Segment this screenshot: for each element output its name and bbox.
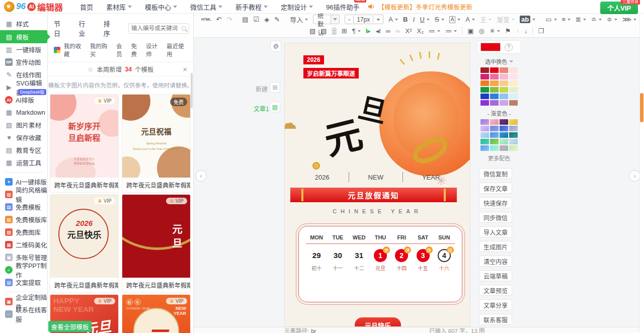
view-all-templates-button[interactable]: 查看全部模板 xyxy=(48,321,92,332)
font-size-increase[interactable]: + xyxy=(373,16,383,23)
solid-swatch-19[interactable] xyxy=(500,94,508,99)
filter-link-4[interactable]: 免费 xyxy=(131,42,143,58)
cursor-insert-left-icon[interactable]: ◂I xyxy=(373,27,383,35)
unordered-list-icon[interactable]: ≕ xyxy=(443,27,459,35)
subscript-icon[interactable]: X₂ xyxy=(415,27,427,35)
line-height-icon[interactable]: ≡ xyxy=(559,16,574,23)
template-scrollbar[interactable] xyxy=(191,73,193,108)
clean-format-icon[interactable]: ✳ xyxy=(487,27,503,35)
bold-icon[interactable]: B xyxy=(400,16,410,23)
html-source-icon[interactable]: HTML xyxy=(199,18,213,21)
comment-flag-icon[interactable]: ⚑ xyxy=(503,27,514,35)
solid-swatch-4[interactable] xyxy=(509,67,518,73)
gradient-swatch-7[interactable] xyxy=(500,126,508,131)
solid-swatch-14[interactable] xyxy=(490,87,499,93)
gradient-swatch-5[interactable] xyxy=(480,126,489,131)
italic-icon[interactable]: I xyxy=(410,16,417,24)
filter-link-5[interactable]: 设计师 xyxy=(146,42,163,58)
border-style-icon[interactable]: ▭ xyxy=(543,16,559,23)
solid-swatch-2[interactable] xyxy=(490,67,499,73)
template-search[interactable] xyxy=(128,23,189,34)
superscript-icon[interactable]: X² xyxy=(403,27,415,35)
underline-icon[interactable]: U xyxy=(418,16,432,23)
solid-swatch-1[interactable] xyxy=(480,67,489,73)
table-icon[interactable]: ⊞ xyxy=(339,27,350,35)
sidebar-item-教学PPT制作[interactable]: ✓教学PPT制作 xyxy=(0,264,47,276)
gradient-swatch-15[interactable] xyxy=(500,139,508,144)
app-logo[interactable]: 96 AI 编辑器 xyxy=(0,1,68,13)
article-canvas[interactable]: 2026 岁启新篇万事顺遂 ☁ ✳ 元 旦 2026NEWYEAR 元旦放假通知… xyxy=(284,43,470,327)
solid-swatch-7[interactable] xyxy=(500,74,508,79)
char-border-icon[interactable]: A xyxy=(447,16,463,23)
canvas-settings-button[interactable] xyxy=(270,41,281,52)
action-联系客服[interactable]: 联系客服 xyxy=(479,314,512,325)
solid-swatch-23[interactable] xyxy=(500,100,508,106)
gradient-swatch-12[interactable] xyxy=(509,132,518,138)
filter-link-2[interactable]: 我的购买 xyxy=(90,42,113,58)
format-brush-icon[interactable]: ✎ xyxy=(272,16,282,23)
nav-item-6[interactable]: 定制设计 xyxy=(281,2,313,12)
sidebar-item-教育专区[interactable]: ▤教育专区 xyxy=(0,144,47,156)
gradient-swatch-1[interactable] xyxy=(480,119,489,125)
gradient-swatch-3[interactable] xyxy=(500,119,508,125)
gradient-swatch-18[interactable] xyxy=(490,145,499,151)
paragraph-spacing-icon[interactable]: ≑ xyxy=(604,16,620,23)
template-card-2[interactable]: 元旦祝福 Spring FestivalGood Luck in the Yea… xyxy=(122,94,191,193)
tab-sort[interactable]: 排序 xyxy=(104,19,114,38)
nav-item-3[interactable]: 模板中心 xyxy=(145,2,177,12)
page-scrollbar-track[interactable] xyxy=(639,14,644,333)
action-生成图片[interactable]: 生成图片 xyxy=(479,241,512,252)
sidebar-item-运营工具[interactable]: ▦运营工具 xyxy=(0,156,47,169)
action-同步微信[interactable]: 同步微信 xyxy=(479,212,512,223)
solid-swatch-3[interactable] xyxy=(500,67,508,73)
image-gallery-icon[interactable]: ▨ xyxy=(318,27,329,35)
gradient-swatch-6[interactable] xyxy=(490,126,499,131)
action-清空内容[interactable]: 清空内容 xyxy=(479,256,512,267)
nav-item-5[interactable]: 新手教程 xyxy=(235,2,268,12)
action-文章预览[interactable]: 文章预览 xyxy=(479,285,512,296)
font-scale-icon[interactable]: A xyxy=(463,16,477,23)
solid-swatch-22[interactable] xyxy=(490,100,499,106)
sidebar-item-简约风格编辑[interactable]: ▧简约风格编辑 xyxy=(0,188,47,201)
eraser-icon[interactable]: ◈ xyxy=(262,16,272,23)
recolor-label[interactable]: 选中换色 xyxy=(477,54,521,67)
action-云端草稿[interactable]: 云端草稿 xyxy=(479,270,512,281)
solid-swatch-11[interactable] xyxy=(500,80,508,86)
font-family-select[interactable]: 系统默认 xyxy=(313,15,340,24)
font-size-group[interactable]: -17px+ xyxy=(345,15,383,24)
gradient-swatch-20[interactable] xyxy=(509,145,518,151)
happy-newyear-button[interactable]: 元旦快乐 xyxy=(355,317,401,327)
search-icon[interactable] xyxy=(182,26,186,31)
sidebar-item-AI排版[interactable]: AIAI排版DeepSeek版 xyxy=(0,94,47,106)
category-grid-icon[interactable] xyxy=(54,47,60,53)
solid-swatch-8[interactable] xyxy=(509,74,518,79)
sidebar-item-文案提取[interactable]: ▤文案提取 xyxy=(0,276,47,289)
template-card-6[interactable]: 元 新年 CHINESE YEAR NEWYEAR ♛VIP xyxy=(122,294,191,333)
nav-item-4[interactable]: 微信工具 xyxy=(190,2,222,12)
solid-swatch-21[interactable] xyxy=(480,100,489,106)
solid-swatch-16[interactable] xyxy=(509,87,518,93)
template-card-4[interactable]: 元旦 ♛VIP 跨年夜元旦盛典新年假期... xyxy=(122,194,191,293)
action-文章分享[interactable]: 文章分享 xyxy=(479,299,512,310)
solid-swatch-13[interactable] xyxy=(480,87,489,93)
fullscreen-icon[interactable]: ❒ xyxy=(535,27,546,35)
gradient-swatch-17[interactable] xyxy=(480,145,489,151)
sidebar-item-样式[interactable]: ▦样式 xyxy=(0,18,47,30)
solid-swatch-9[interactable] xyxy=(480,80,489,86)
notice-close-icon[interactable]: × xyxy=(183,65,187,73)
filter-link-1[interactable]: 我的收藏 xyxy=(64,42,87,58)
action-导入文章[interactable]: 导入文章 xyxy=(479,226,512,237)
ordered-list-icon[interactable]: ≔ xyxy=(426,27,443,35)
action-快速保存[interactable]: 快速保存 xyxy=(479,197,512,208)
sidebar-item-免费模版库[interactable]: ▧免费模版库 xyxy=(0,213,47,226)
search-input[interactable] xyxy=(131,25,182,31)
link-icon[interactable]: ∞ xyxy=(383,27,393,35)
help-icon[interactable]: ? xyxy=(505,43,513,51)
solid-swatch-5[interactable] xyxy=(480,74,489,79)
sidebar-item-免费模板[interactable]: ▤免费模板 xyxy=(0,201,47,213)
gradient-swatch-14[interactable] xyxy=(490,139,499,144)
paste-icon[interactable]: ▣ xyxy=(465,27,476,35)
insert-image-icon[interactable]: ▧ xyxy=(307,27,318,35)
sidebar-item-Markdown[interactable]: ▦Markdown xyxy=(0,106,47,119)
solid-swatch-12[interactable] xyxy=(509,80,518,86)
